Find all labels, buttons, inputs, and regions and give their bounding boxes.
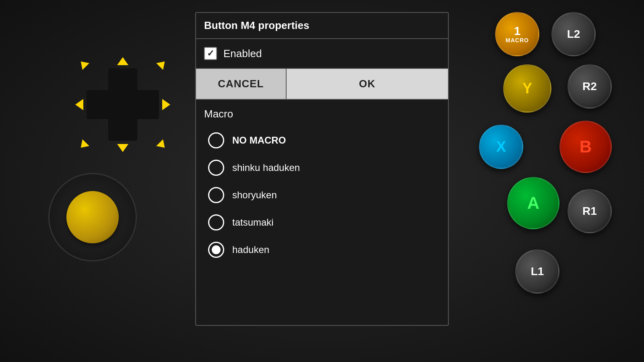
radio-outer-no_macro: [208, 132, 224, 148]
radio-outer-shinku_haduken: [208, 160, 224, 176]
radio-item-shoryuken[interactable]: shoryuken: [204, 181, 440, 209]
dialog-buttons-row: CANCEL OK: [196, 69, 448, 100]
radio-label-shinku_haduken: shinku haduken: [232, 162, 300, 173]
enabled-row[interactable]: ✓ Enabled: [196, 39, 448, 69]
radio-label-no_macro: NO MACRO: [232, 135, 286, 146]
enabled-checkbox[interactable]: ✓: [204, 47, 217, 60]
radio-outer-tatsumaki: [208, 214, 224, 230]
macro-section-title: Macro: [204, 108, 440, 120]
radio-outer-shoryuken: [208, 187, 224, 203]
radio-item-tatsumaki[interactable]: tatsumaki: [204, 209, 440, 236]
radio-label-haduken: haduken: [232, 244, 269, 255]
enabled-label: Enabled: [223, 47, 262, 60]
radio-label-tatsumaki: tatsumaki: [232, 217, 274, 228]
radio-outer-haduken: [208, 242, 224, 258]
radio-list: NO MACROshinku hadukenshoryukentatsumaki…: [204, 127, 440, 263]
checkmark-icon: ✓: [207, 48, 214, 59]
radio-label-shoryuken: shoryuken: [232, 189, 277, 201]
macro-section: Macro NO MACROshinku hadukenshoryukentat…: [196, 100, 448, 272]
dialog: Button M4 properties ✓ Enabled CANCEL OK…: [195, 12, 449, 326]
dialog-overlay: Button M4 properties ✓ Enabled CANCEL OK…: [0, 0, 644, 362]
radio-item-shinku_haduken[interactable]: shinku haduken: [204, 154, 440, 181]
dialog-title-bar: Button M4 properties: [196, 13, 448, 39]
radio-item-no_macro[interactable]: NO MACRO: [204, 127, 440, 154]
dialog-title: Button M4 properties: [204, 19, 440, 32]
radio-item-haduken[interactable]: haduken: [204, 236, 440, 263]
ok-button[interactable]: OK: [287, 69, 448, 99]
radio-inner-haduken: [212, 245, 221, 254]
cancel-button[interactable]: CANCEL: [196, 69, 287, 99]
